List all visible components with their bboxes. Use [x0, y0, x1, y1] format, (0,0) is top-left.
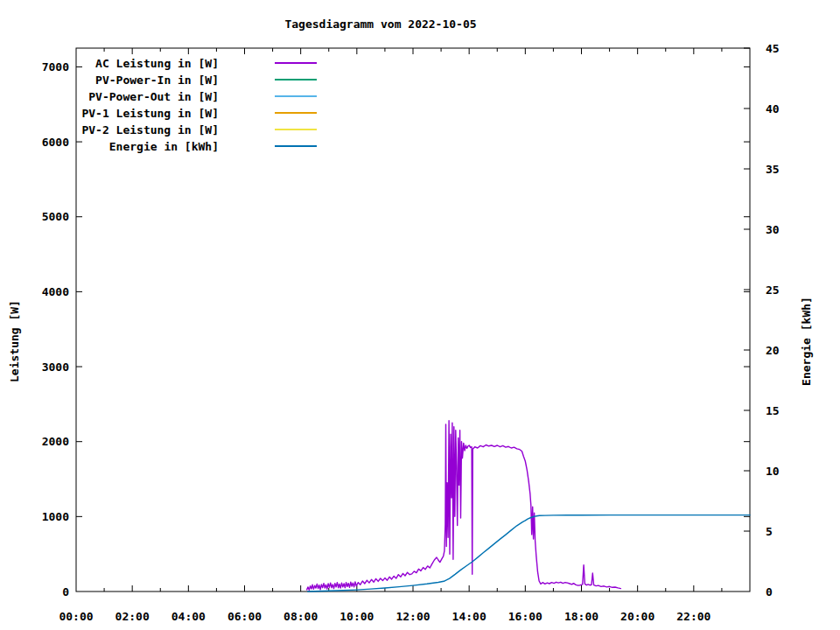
x-tick-label: 18:00	[564, 610, 598, 623]
y2-tick-label: 30	[766, 223, 780, 236]
chart-canvas: Tagesdiagramm vom 2022-10-05 Leistung [W…	[0, 0, 840, 630]
x-tick-label: 16:00	[508, 610, 542, 623]
x-tick-label: 14:00	[452, 610, 486, 623]
y-tick-label: 3000	[42, 360, 69, 374]
x-tick-label: 10:00	[340, 610, 374, 623]
y2-tick-label: 45	[766, 42, 780, 55]
y2-tick-label: 0	[766, 585, 773, 598]
y-tick-label: 1000	[42, 510, 69, 523]
series-line-energie-in-kwh	[308, 515, 750, 592]
x-tick-label: 06:00	[228, 610, 262, 623]
x-tick-label: 04:00	[172, 610, 206, 623]
x-tick-label: 12:00	[396, 610, 430, 623]
y2-tick-label: 25	[766, 284, 780, 297]
x-tick-label: 02:00	[116, 610, 150, 623]
y-tick-label: 6000	[42, 136, 69, 149]
y2-tick-label: 10	[766, 465, 780, 478]
y-tick-label: 5000	[42, 210, 69, 223]
y2-tick-label: 35	[766, 163, 780, 176]
x-tick-label: 08:00	[284, 610, 318, 623]
y-tick-label: 0	[62, 585, 69, 598]
plot-area: 00:0002:0004:0006:0008:0010:0012:0014:00…	[0, 0, 840, 630]
y2-tick-label: 20	[766, 344, 780, 357]
y-tick-label: 4000	[42, 285, 69, 298]
y-tick-label: 7000	[42, 60, 69, 74]
x-tick-label: 22:00	[676, 610, 710, 623]
series-line-ac-leistung-in-w	[307, 421, 621, 591]
plot-border	[76, 48, 750, 592]
y2-tick-label: 5	[766, 525, 773, 538]
y-tick-label: 2000	[42, 435, 69, 448]
y2-tick-label: 15	[766, 404, 780, 417]
y2-tick-label: 40	[766, 102, 780, 116]
x-tick-label: 20:00	[620, 610, 654, 623]
x-tick-label: 00:00	[59, 610, 93, 623]
